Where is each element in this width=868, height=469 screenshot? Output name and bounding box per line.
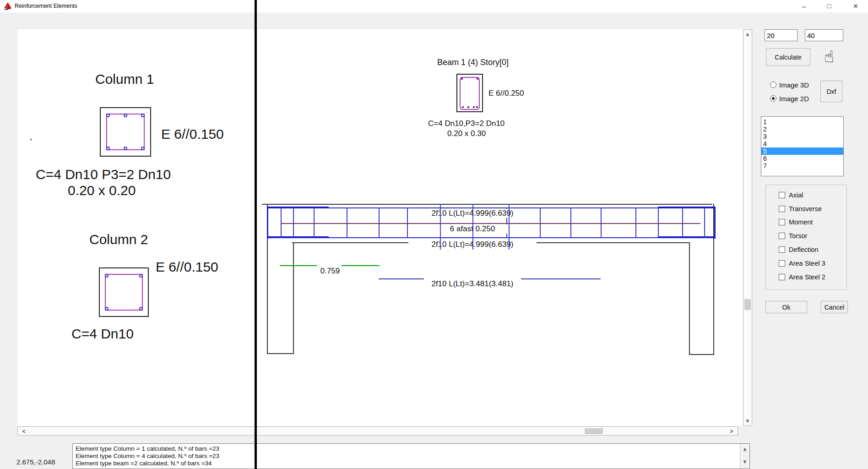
rebar-dot: [141, 147, 145, 150]
torsor-label[interactable]: Torsor: [789, 232, 807, 240]
left-drawing-canvas[interactable]: Column 1 E 6//0.150 C=4 Dn10 P3=2 Dn10 0…: [17, 29, 255, 426]
log-scrollbar[interactable]: ∧ ∨: [740, 444, 749, 469]
cursor-coordinates: 2.675,-2.048: [16, 458, 55, 466]
area-steel-2-checkbox[interactable]: [779, 274, 785, 280]
minimize-button[interactable]: –: [793, 0, 814, 12]
column1-size-label: 0.20 x 0.20: [68, 183, 136, 198]
deflection-label[interactable]: Deflection: [789, 246, 818, 253]
rebar-dot: [139, 274, 143, 278]
horizontal-scrollbar[interactable]: < >: [17, 426, 738, 436]
beam-size-label: 0.20 x 0.30: [447, 129, 486, 138]
maximize-button[interactable]: □: [819, 0, 840, 12]
column1-title: Column 1: [95, 71, 154, 87]
list-item[interactable]: 6: [761, 155, 843, 162]
log-scroll-up-icon[interactable]: ∧: [740, 447, 749, 453]
list-item[interactable]: 1: [761, 118, 843, 125]
column2-stirrup-label: E 6//0.150: [156, 259, 218, 275]
cage-bottom-line: [267, 237, 716, 238]
column2-title: Column 2: [89, 232, 148, 247]
cancel-button[interactable]: Cancel: [821, 301, 848, 313]
cover-field[interactable]: [765, 29, 797, 41]
axial-label[interactable]: Axial: [789, 191, 803, 199]
left-support-bottom: [267, 353, 294, 354]
log-line: Element type Column = 4 calculated, N.º …: [73, 453, 749, 460]
close-button[interactable]: ✕: [845, 0, 866, 12]
bar-tick: [461, 78, 463, 80]
area-steel-2-label[interactable]: Area Steel 2: [789, 273, 825, 281]
list-item[interactable]: 3: [761, 133, 843, 140]
column1-stirrup-tie: [106, 114, 145, 150]
scroll-right-icon[interactable]: >: [728, 428, 735, 435]
moment-label[interactable]: Moment: [789, 218, 813, 226]
beam-bars-label: C=4 Dn10,P3=2 Dn10: [428, 119, 505, 128]
element-listbox[interactable]: 1 2 3 4 5 6 7: [761, 116, 844, 176]
scroll-up-icon[interactable]: ∧: [743, 32, 752, 38]
transverse-checkbox[interactable]: [779, 206, 785, 212]
rebar-dot: [139, 307, 143, 311]
list-item[interactable]: 2: [761, 125, 843, 133]
dxf-button[interactable]: Dxf: [820, 81, 842, 102]
list-item-selected[interactable]: 5: [761, 147, 843, 155]
right-support-edge: [689, 242, 690, 354]
stray-dot: [30, 139, 32, 140]
bar-tick: [467, 106, 469, 108]
cage-left-end: [267, 207, 268, 239]
dimension-tick: [472, 204, 473, 250]
cage-top-line: [267, 207, 716, 208]
bar-tick: [477, 78, 478, 80]
dimension-tick: [509, 204, 510, 250]
axial-checkbox[interactable]: [779, 192, 785, 198]
list-item[interactable]: 7: [761, 162, 843, 169]
column1-stirrup-label: E 6//0.150: [161, 126, 224, 142]
image-3d-label[interactable]: Image 3D: [779, 81, 809, 89]
horizontal-scroll-thumb[interactable]: [585, 428, 603, 434]
extra-bar-label: 2f10 L(Lt)=3.481(3.481): [408, 279, 537, 289]
bar-tick: [476, 106, 478, 108]
spacing-field[interactable]: [805, 29, 843, 41]
log-line: Element type Column = 1 calculated, N.º …: [73, 445, 749, 453]
calculate-button[interactable]: Calculate: [766, 48, 810, 66]
image-3d-radio[interactable]: [770, 82, 776, 88]
image-2d-radio[interactable]: [770, 95, 776, 102]
scroll-left-icon[interactable]: <: [21, 428, 27, 435]
area-steel-3-checkbox[interactable]: [779, 260, 785, 267]
calculation-log[interactable]: Element type Column = 1 calculated, N.º …: [72, 443, 750, 469]
lap-length-line: [280, 265, 317, 266]
window-title: Reinforcement Elements: [15, 3, 77, 9]
list-item[interactable]: 4: [761, 140, 843, 147]
vertical-scroll-thumb[interactable]: [744, 299, 751, 310]
area-steel-3-label[interactable]: Area Steel 3: [789, 260, 825, 267]
rebar-dot: [106, 147, 110, 150]
ok-button[interactable]: Ok: [765, 301, 807, 313]
radio-selected-dot: [772, 97, 775, 100]
torsor-checkbox[interactable]: [779, 233, 785, 239]
image-2d-label[interactable]: Image 2D: [779, 95, 809, 103]
cage-bold-bottom-right: [658, 236, 716, 238]
stirrup-line: [704, 207, 705, 238]
rebar-dot: [106, 114, 110, 117]
lap-length-label: 0.759: [307, 267, 353, 276]
beam-title: Beam 1 (4) Story[0]: [437, 58, 509, 67]
vertical-scrollbar[interactable]: ∧ ∨: [743, 29, 752, 426]
rebar-dot: [105, 307, 108, 311]
rebar-dot: [124, 114, 127, 117]
right-support-bottom: [689, 354, 714, 355]
transverse-label[interactable]: Transverse: [789, 205, 822, 213]
cage-bold-bottom-left: [267, 236, 329, 238]
column1-bars-label: C=4 Dn10 P3=2 Dn10: [36, 167, 171, 182]
rebar-dot: [105, 274, 108, 278]
deflection-checkbox[interactable]: [779, 246, 785, 253]
rebar-dot: [124, 147, 127, 150]
scroll-down-icon[interactable]: ∨: [743, 418, 752, 424]
column2-stirrup-tie: [105, 274, 143, 311]
moment-checkbox[interactable]: [779, 219, 785, 225]
beam-drawing-canvas[interactable]: Beam 1 (4) Story[0] E 6//0.250 C=4 Dn10,…: [257, 29, 743, 426]
cage-right-end: [714, 207, 716, 239]
beam-top-edge: [262, 204, 712, 205]
log-scroll-down-icon[interactable]: ∨: [740, 458, 749, 464]
bar-tick: [462, 106, 464, 108]
mid-bar-line: [281, 223, 700, 224]
diagram-options-groupbox: Axial Transverse Moment Torsor Deflectio…: [765, 185, 847, 290]
lap-length-line: [342, 265, 380, 266]
title-bar: Reinforcement Elements – □ ✕: [0, 0, 868, 12]
